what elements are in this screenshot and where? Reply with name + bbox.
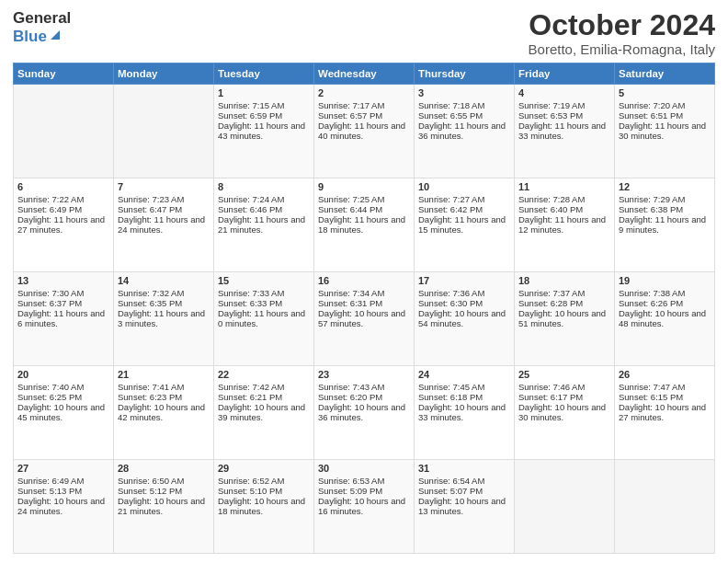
calendar-cell: 14Sunrise: 7:32 AMSunset: 6:35 PMDayligh…: [114, 272, 214, 366]
header: General Blue October 2024 Boretto, Emili…: [13, 9, 715, 57]
sunset-text: Sunset: 6:15 PM: [619, 392, 711, 402]
sunset-text: Sunset: 6:57 PM: [318, 110, 410, 121]
sunset-text: Sunset: 6:44 PM: [318, 204, 410, 214]
sunset-text: Sunset: 6:46 PM: [218, 204, 310, 214]
daylight-text: Daylight: 11 hours and 0 minutes.: [218, 308, 310, 328]
day-number: 3: [418, 87, 510, 98]
day-number: 8: [218, 181, 310, 192]
sunset-text: Sunset: 6:20 PM: [318, 392, 410, 402]
calendar-cell: 29Sunrise: 6:52 AMSunset: 5:10 PMDayligh…: [214, 460, 314, 554]
sunrise-text: Sunrise: 6:53 AM: [318, 476, 410, 486]
sunset-text: Sunset: 6:47 PM: [118, 204, 210, 214]
sunset-text: Sunset: 6:28 PM: [518, 298, 610, 308]
daylight-text: Daylight: 10 hours and 13 minutes.: [418, 496, 510, 516]
daylight-text: Daylight: 10 hours and 42 minutes.: [118, 402, 210, 422]
daylight-text: Daylight: 11 hours and 21 minutes.: [218, 214, 310, 235]
calendar-cell: [14, 85, 114, 178]
day-number: 6: [17, 181, 109, 192]
calendar-cell: 23Sunrise: 7:43 AMSunset: 6:20 PMDayligh…: [314, 366, 415, 460]
daylight-text: Daylight: 11 hours and 27 minutes.: [17, 214, 109, 235]
daylight-text: Daylight: 11 hours and 12 minutes.: [518, 214, 610, 235]
sunrise-text: Sunrise: 7:22 AM: [17, 194, 109, 204]
daylight-text: Daylight: 10 hours and 54 minutes.: [418, 308, 510, 328]
logo-general: General: [13, 9, 71, 28]
sunset-text: Sunset: 6:26 PM: [619, 298, 711, 308]
daylight-text: Daylight: 10 hours and 16 minutes.: [318, 496, 410, 516]
day-number: 23: [318, 369, 410, 380]
calendar-table: Sunday Monday Tuesday Wednesday Thursday…: [13, 63, 715, 554]
sunset-text: Sunset: 6:23 PM: [118, 392, 210, 402]
daylight-text: Daylight: 11 hours and 43 minutes.: [218, 121, 310, 141]
sunset-text: Sunset: 6:30 PM: [418, 298, 510, 308]
sunrise-text: Sunrise: 7:29 AM: [619, 194, 711, 204]
sunrise-text: Sunrise: 7:32 AM: [118, 288, 210, 298]
daylight-text: Daylight: 11 hours and 15 minutes.: [418, 214, 510, 235]
sunset-text: Sunset: 6:59 PM: [218, 110, 310, 121]
daylight-text: Daylight: 11 hours and 33 minutes.: [518, 121, 610, 141]
sunrise-text: Sunrise: 7:46 AM: [518, 382, 610, 392]
daylight-text: Daylight: 11 hours and 3 minutes.: [118, 308, 210, 328]
calendar-cell: [615, 460, 715, 554]
header-tuesday: Tuesday: [214, 63, 314, 85]
sunrise-text: Sunrise: 7:38 AM: [619, 288, 711, 298]
sunrise-text: Sunrise: 7:24 AM: [218, 194, 310, 204]
sunset-text: Sunset: 6:18 PM: [418, 392, 510, 402]
sunset-text: Sunset: 5:09 PM: [318, 486, 410, 496]
title-block: October 2024 Boretto, Emilia-Romagna, It…: [529, 9, 715, 57]
calendar-week-row: 13Sunrise: 7:30 AMSunset: 6:37 PMDayligh…: [14, 272, 715, 366]
daylight-text: Daylight: 10 hours and 33 minutes.: [418, 402, 510, 422]
calendar-cell: 31Sunrise: 6:54 AMSunset: 5:07 PMDayligh…: [415, 460, 515, 554]
calendar-cell: 15Sunrise: 7:33 AMSunset: 6:33 PMDayligh…: [214, 272, 314, 366]
daylight-text: Daylight: 10 hours and 39 minutes.: [218, 402, 310, 422]
calendar-cell: 5Sunrise: 7:20 AMSunset: 6:51 PMDaylight…: [615, 85, 715, 178]
sunrise-text: Sunrise: 7:20 AM: [619, 100, 711, 110]
sunset-text: Sunset: 6:51 PM: [619, 110, 711, 121]
day-number: 15: [218, 275, 310, 286]
calendar-cell: 17Sunrise: 7:36 AMSunset: 6:30 PMDayligh…: [415, 272, 515, 366]
sunset-text: Sunset: 5:12 PM: [118, 486, 210, 496]
daylight-text: Daylight: 10 hours and 36 minutes.: [318, 402, 410, 422]
sunset-text: Sunset: 5:13 PM: [17, 486, 109, 496]
header-friday: Friday: [515, 63, 615, 85]
page: General Blue October 2024 Boretto, Emili…: [0, 0, 728, 563]
calendar-cell: 20Sunrise: 7:40 AMSunset: 6:25 PMDayligh…: [14, 366, 114, 460]
header-sunday: Sunday: [14, 63, 114, 85]
sunrise-text: Sunrise: 7:41 AM: [118, 382, 210, 392]
calendar-title: October 2024: [529, 9, 715, 41]
calendar-cell: 9Sunrise: 7:25 AMSunset: 6:44 PMDaylight…: [314, 178, 415, 272]
sunset-text: Sunset: 6:33 PM: [218, 298, 310, 308]
sunrise-text: Sunrise: 7:25 AM: [318, 194, 410, 204]
calendar-cell: 2Sunrise: 7:17 AMSunset: 6:57 PMDaylight…: [314, 85, 415, 178]
sunset-text: Sunset: 5:07 PM: [418, 486, 510, 496]
sunrise-text: Sunrise: 7:15 AM: [218, 100, 310, 110]
calendar-cell: 18Sunrise: 7:37 AMSunset: 6:28 PMDayligh…: [515, 272, 615, 366]
sunset-text: Sunset: 6:38 PM: [619, 204, 711, 214]
sunset-text: Sunset: 6:35 PM: [118, 298, 210, 308]
day-number: 4: [518, 87, 610, 98]
sunrise-text: Sunrise: 7:17 AM: [318, 100, 410, 110]
calendar-cell: 10Sunrise: 7:27 AMSunset: 6:42 PMDayligh…: [415, 178, 515, 272]
header-wednesday: Wednesday: [314, 63, 415, 85]
calendar-cell: 30Sunrise: 6:53 AMSunset: 5:09 PMDayligh…: [314, 460, 415, 554]
calendar-cell: 19Sunrise: 7:38 AMSunset: 6:26 PMDayligh…: [615, 272, 715, 366]
sunrise-text: Sunrise: 7:18 AM: [418, 100, 510, 110]
day-number: 31: [418, 463, 510, 474]
daylight-text: Daylight: 10 hours and 45 minutes.: [17, 402, 109, 422]
calendar-cell: 16Sunrise: 7:34 AMSunset: 6:31 PMDayligh…: [314, 272, 415, 366]
day-number: 2: [318, 87, 410, 98]
calendar-cell: 28Sunrise: 6:50 AMSunset: 5:12 PMDayligh…: [114, 460, 214, 554]
calendar-cell: 27Sunrise: 6:49 AMSunset: 5:13 PMDayligh…: [14, 460, 114, 554]
day-number: 17: [418, 275, 510, 286]
sunset-text: Sunset: 6:55 PM: [418, 110, 510, 121]
daylight-text: Daylight: 10 hours and 27 minutes.: [619, 402, 711, 422]
day-number: 12: [619, 181, 711, 192]
sunrise-text: Sunrise: 6:49 AM: [17, 476, 109, 486]
logo-blue: Blue: [13, 28, 71, 46]
sunrise-text: Sunrise: 7:45 AM: [418, 382, 510, 392]
sunset-text: Sunset: 6:25 PM: [17, 392, 109, 402]
calendar-week-row: 6Sunrise: 7:22 AMSunset: 6:49 PMDaylight…: [14, 178, 715, 272]
calendar-cell: 12Sunrise: 7:29 AMSunset: 6:38 PMDayligh…: [615, 178, 715, 272]
days-header-row: Sunday Monday Tuesday Wednesday Thursday…: [14, 63, 715, 85]
sunrise-text: Sunrise: 6:50 AM: [118, 476, 210, 486]
day-number: 30: [318, 463, 410, 474]
